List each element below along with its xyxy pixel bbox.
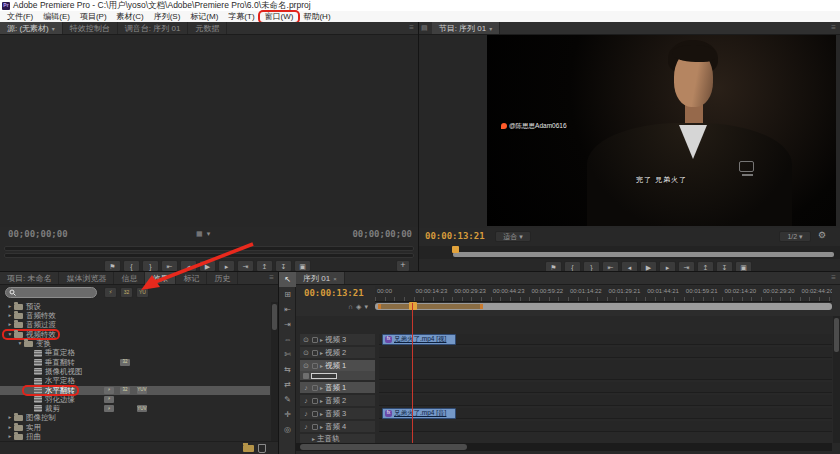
mark-in-button[interactable]: { [123,260,140,271]
source-tab-3[interactable]: 元数据 [188,22,227,34]
track-header-1[interactable]: ⊙▸视频 3 [300,334,375,345]
toggle-track-output-icon[interactable]: ⊙ [302,362,310,369]
effect-item-row[interactable]: 水平翻转⚡32YUV [0,386,270,395]
track-header-4[interactable]: ♪▸音频 1 [300,382,375,393]
toggle-track-audio-icon[interactable]: ♪ [302,384,310,391]
yuv-effects-filter[interactable]: YU [136,287,149,298]
collapse-track-icon[interactable]: ▸ [312,436,315,442]
safe-margins-icon[interactable]: ▦ [196,230,207,237]
collapse-track-icon[interactable]: ▸ [320,411,323,417]
source-tab-2[interactable]: 调音台: 序列 01 [118,22,189,34]
collapse-arrow-icon[interactable]: ▾ [6,332,14,338]
effects-tab-4[interactable]: 标记 [176,272,207,284]
timeline-hscrollbar[interactable] [296,443,832,451]
effects-bin-row[interactable]: ▸图像控制 [0,414,270,423]
step-back-button[interactable]: ◂ [180,260,197,271]
add-button[interactable]: + [396,260,410,271]
slide-tool[interactable]: ⇄ [279,377,296,392]
effects-bin-row[interactable]: ▸扭曲 [0,432,270,441]
step-forward-button[interactable]: ▸ [218,260,235,271]
go-to-in-button[interactable]: ⇤ [602,261,619,271]
go-to-in-button[interactable]: ⇤ [161,260,178,271]
toggle-track-audio-icon[interactable]: ♪ [302,397,310,404]
panel-menu-icon[interactable]: ≡ [269,272,278,284]
lift-button[interactable]: ↥ [697,261,714,271]
rate-stretch-tool[interactable]: ⇔ [279,332,296,347]
mark-out-button[interactable]: } [583,261,600,271]
effect-item-row[interactable]: 裁剪⚡YUV [0,404,270,413]
effects-tab-2[interactable]: 信息 [114,272,145,284]
effects-tab-0[interactable]: 项目: 未命名 [0,272,59,284]
step-back-button[interactable]: ◂ [621,261,638,271]
expand-arrow-icon[interactable]: ▸ [6,415,14,421]
panel-menu-icon[interactable]: ≡ [409,22,418,34]
go-to-out-button[interactable]: ⇥ [237,260,254,271]
rolling-edit-tool[interactable]: ⇥ [279,317,296,332]
effects-bin-row[interactable]: ▸实用 [0,423,270,432]
collapse-track-icon[interactable]: ▸ [320,385,323,391]
toggle-track-output-icon[interactable]: ⊙ [302,349,310,356]
effects-bin-row[interactable]: ▾视频特效 [0,330,270,339]
track-header-8[interactable]: ▸主音轨 [300,434,375,443]
source-tab-0[interactable]: 源: (无素材)▾ [0,22,63,34]
overwrite-button[interactable]: ↧ [275,260,292,271]
program-tab-0[interactable]: 节目: 序列 01▾ [432,22,501,34]
delete-icon[interactable] [258,444,266,453]
razor-tool[interactable]: ✄ [279,347,296,362]
track-lock-icon[interactable] [312,424,318,430]
track-lane[interactable] [379,421,832,432]
display-style-icon[interactable] [303,373,309,379]
program-zoom-bar[interactable] [453,252,834,257]
menu-marker[interactable]: 标记(M) [185,12,223,22]
play-button[interactable]: ▶ [199,260,216,271]
output-settings-icon[interactable]: ▾ [207,230,215,237]
timeline-vscrollbar[interactable] [833,316,840,443]
expand-arrow-icon[interactable]: ▸ [6,313,14,319]
track-lane[interactable] [379,360,832,380]
expand-arrow-icon[interactable]: ▸ [6,434,14,440]
extract-button[interactable]: ↧ [716,261,733,271]
mark-out-button[interactable]: } [142,260,159,271]
export-frame-button[interactable]: ▣ [294,260,311,271]
effects-tab-3[interactable]: 效果 [145,272,176,284]
track-header-3[interactable]: ⊙▸视频 1 [300,360,375,371]
add-marker-button[interactable]: ⚑ [545,261,562,271]
menu-title[interactable]: 字幕(T) [223,12,259,22]
scrollbar-thumb[interactable] [272,304,277,330]
source-tab-1[interactable]: 特效控制台 [63,22,118,34]
collapse-track-icon[interactable]: ▸ [320,337,323,343]
pen-tool[interactable]: ✎ [279,392,296,407]
keyframe-display-box[interactable] [311,373,337,379]
effect-item-row[interactable]: 垂直翻转32 [0,358,270,367]
program-playhead[interactable] [452,246,459,253]
track-lane[interactable] [379,347,832,358]
panel-menu-icon[interactable]: ≡ [831,22,840,34]
toggle-track-output-icon[interactable]: ⊙ [302,336,310,343]
add-marker-button[interactable]: ⚑ [104,260,121,271]
track-lane[interactable] [379,382,832,393]
track-lock-icon[interactable] [312,398,318,404]
expand-arrow-icon[interactable]: ▸ [6,304,14,310]
expand-arrow-icon[interactable]: ▸ [6,322,14,328]
track-header-5[interactable]: ♪▸音频 2 [300,395,375,406]
toggle-track-audio-icon[interactable]: ♪ [302,410,310,417]
collapse-track-icon[interactable]: ▸ [320,350,323,356]
track-lock-icon[interactable] [312,411,318,417]
expand-arrow-icon[interactable]: ▸ [6,425,14,431]
new-custom-bin-icon[interactable] [243,445,254,452]
source-time-ruler[interactable] [4,246,414,251]
zoom-tool[interactable]: ◎ [279,422,296,437]
track-lock-icon[interactable] [312,350,318,356]
selection-tool[interactable]: ↖ [279,272,296,287]
track-select-tool[interactable]: ⊞ [279,287,296,302]
source-zoom-bar[interactable] [4,253,414,258]
track-lane[interactable] [379,395,832,406]
toggle-track-audio-icon[interactable]: ♪ [302,423,310,430]
track-lock-icon[interactable] [312,363,318,369]
video-clip[interactable]: fx兄弟火了.mp4 [视] [382,334,456,345]
collapse-track-icon[interactable]: ▸ [320,363,323,369]
menu-edit[interactable]: 编辑(E) [38,12,75,22]
step-forward-button[interactable]: ▸ [659,261,676,271]
track-header-7[interactable]: ♪▸音频 4 [300,421,375,432]
effect-item-row[interactable]: 摄像机视图 [0,367,270,376]
